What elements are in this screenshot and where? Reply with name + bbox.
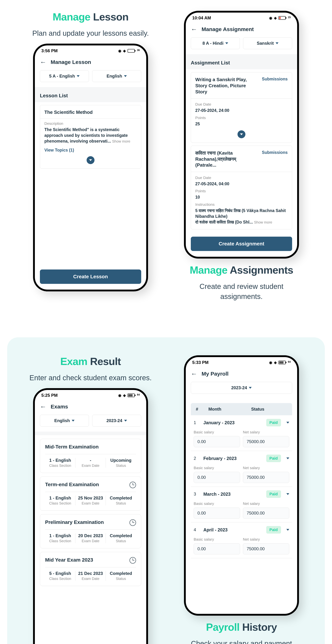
wifi-icon: ◈ xyxy=(123,49,126,53)
status-value: Completed xyxy=(107,571,135,576)
exam-details: 1 - EnglishClass Section 20 Dec 2023Exam… xyxy=(45,530,136,543)
payroll-row[interactable]: 1 January - 2023 Paid Basic salary0.00 N… xyxy=(191,415,292,451)
clock-icon xyxy=(130,482,136,488)
create-assignment-button[interactable]: Create Assignment xyxy=(191,237,292,251)
expand-icon[interactable] xyxy=(286,422,289,424)
back-icon[interactable]: ← xyxy=(191,26,197,33)
assignment-card[interactable]: कविता रचना (Kavita Rachana),पत्रलेखनम् (… xyxy=(191,146,292,230)
header-title: My Payroll xyxy=(202,371,228,377)
net-label: Net salary xyxy=(243,466,289,470)
payroll-feature: 5:33 PM ◉ ◈ 64 ← My Payroll 2023-24 # Mo… xyxy=(179,355,304,644)
basic-value: 0.00 xyxy=(194,508,240,519)
instructions-label: Instructions xyxy=(195,202,288,207)
title-dark: Lesson xyxy=(93,11,128,22)
payroll-detail: Basic salary0.00 Net salary75000.00 xyxy=(191,502,292,519)
time: 5:25 PM xyxy=(41,393,58,398)
payroll-detail: Basic salary0.00 Net salary75000.00 xyxy=(191,430,292,447)
payroll-row[interactable]: 3 March - 2023 Paid Basic salary0.00 Net… xyxy=(191,487,292,522)
view-topics-link[interactable]: View Topics (1) xyxy=(44,148,137,152)
row-month: February - 2023 xyxy=(203,456,266,461)
class-value: 5 - English xyxy=(47,571,74,576)
exam-card[interactable]: Mid-Term Examination 1 - EnglishClass Se… xyxy=(40,439,141,473)
net-value: 75000.00 xyxy=(243,508,289,519)
net-value: 75000.00 xyxy=(243,543,289,554)
caret-icon xyxy=(276,42,278,44)
basic-value: 0.00 xyxy=(194,543,240,554)
class-value: 1 - English xyxy=(47,458,74,463)
class-label: Class Section xyxy=(47,577,74,581)
net-value: 75000.00 xyxy=(243,472,289,483)
exam-card[interactable]: Mid Year Exam 2023 5 - EnglishClass Sect… xyxy=(40,552,141,586)
expand-icon[interactable] xyxy=(286,529,289,531)
instructions-text: 5 वाक्य रचना सहित निबंध लिख (5 Vākya Rac… xyxy=(195,208,288,225)
battery-icon xyxy=(128,49,135,52)
status-bar: 5:33 PM ◉ ◈ 64 xyxy=(186,357,297,367)
exam-name: Term-end Examination xyxy=(45,482,136,488)
subject-filter[interactable]: Sanskrit xyxy=(243,37,292,49)
exam-subtitle: Enter and check student exam scores. xyxy=(30,373,152,383)
caret-icon xyxy=(225,42,228,44)
create-lesson-button[interactable]: Create Lesson xyxy=(40,270,141,284)
basic-value: 0.00 xyxy=(194,472,240,483)
payroll-row[interactable]: 4 April - 2023 Paid Basic salary0.00 Net… xyxy=(191,522,292,558)
date-value: 25 Nov 2023 xyxy=(77,496,104,500)
subject-filter[interactable]: English xyxy=(40,415,89,426)
title-dark: Assignments xyxy=(230,264,293,276)
row-index: 4 xyxy=(191,527,203,532)
status-bar: 3:56 PM ◉ ◈ 36 xyxy=(35,46,146,56)
expand-icon[interactable] xyxy=(286,458,289,459)
assignment-card[interactable]: Writing a Sanskrit Play, Story Creation,… xyxy=(191,72,292,143)
expand-button[interactable] xyxy=(237,130,245,138)
exam-card[interactable]: Term-end Examination 1 - EnglishClass Se… xyxy=(40,476,141,510)
back-icon[interactable]: ← xyxy=(191,370,197,378)
show-more-link[interactable]: Show more xyxy=(112,139,130,143)
payroll-row-main: 3 March - 2023 Paid xyxy=(191,490,292,502)
net-label: Net salary xyxy=(243,537,289,542)
submissions-link[interactable]: Submissions xyxy=(262,77,288,82)
camera-icon: ◉ xyxy=(269,360,272,365)
lesson-card[interactable]: The Scientific Method Description The Sc… xyxy=(40,105,141,168)
show-more-link[interactable]: Show more xyxy=(254,220,272,224)
exam-details: 1 - EnglishClass Section 25 Nov 2023Exam… xyxy=(45,492,136,506)
wifi-icon: ◈ xyxy=(123,393,126,398)
basic-value: 0.00 xyxy=(194,436,240,447)
status-label: Status xyxy=(107,464,135,468)
expand-button[interactable] xyxy=(87,156,95,164)
wifi-icon: ◈ xyxy=(274,360,277,365)
subject-filter[interactable]: English xyxy=(92,70,141,82)
status-label: Status xyxy=(107,539,135,543)
due-label: Due Date xyxy=(195,176,288,180)
payroll-row[interactable]: 2 February - 2023 Paid Basic salary0.00 … xyxy=(191,451,292,487)
title-accent: Manage xyxy=(53,11,90,22)
page-header: ← My Payroll xyxy=(186,367,297,382)
class-filter[interactable]: 8 A - Hindi xyxy=(191,37,240,49)
battery-icon xyxy=(128,394,135,397)
row-index: 2 xyxy=(191,456,203,461)
points-value: 10 xyxy=(195,194,288,200)
class-label: Class Section xyxy=(47,501,74,506)
exam-details: 5 - EnglishClass Section 21 Dec 2023Exam… xyxy=(45,567,136,581)
desc-text: The Scientific Method" is a systematic a… xyxy=(44,127,137,144)
exam-card[interactable]: Preliminary Examination 1 - EnglishClass… xyxy=(40,514,141,548)
back-icon[interactable]: ← xyxy=(40,58,46,66)
year-filter[interactable]: 2023-24 xyxy=(191,382,292,394)
class-filter[interactable]: 5 A - English xyxy=(40,70,89,82)
basic-label: Basic salary xyxy=(194,502,240,506)
page-header: ← Manage Assignment xyxy=(186,22,297,37)
points-label: Points xyxy=(195,189,288,193)
year-filter[interactable]: 2023-24 xyxy=(92,415,141,426)
points-value: 25 xyxy=(195,121,288,127)
payroll-phone: 5:33 PM ◉ ◈ 64 ← My Payroll 2023-24 # Mo… xyxy=(184,355,299,616)
expand-icon[interactable] xyxy=(286,493,289,495)
submissions-link[interactable]: Submissions xyxy=(262,150,288,155)
caret-icon xyxy=(249,387,252,389)
back-icon[interactable]: ← xyxy=(40,403,46,410)
time: 3:56 PM xyxy=(41,48,58,53)
caret-icon xyxy=(89,159,92,161)
filter-row: 2023-24 xyxy=(186,382,297,399)
exam-name: Preliminary Examination xyxy=(45,520,136,525)
battery-icon xyxy=(278,361,286,364)
filter-row: English 2023-24 xyxy=(35,415,146,432)
desc-label: Description xyxy=(44,121,137,126)
lesson-phone: 3:56 PM ◉ ◈ 36 ← Manage Lesson 5 A - Eng… xyxy=(33,44,148,292)
